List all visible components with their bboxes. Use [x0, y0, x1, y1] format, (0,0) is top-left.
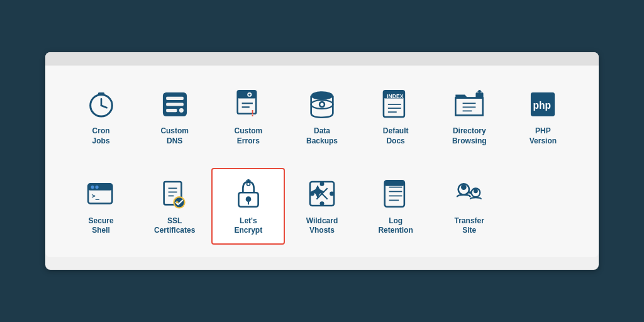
tool-directory-browsing[interactable]: Directory Browsing — [433, 78, 506, 155]
svg-rect-8 — [166, 109, 177, 112]
tool-data-backups[interactable]: Data Backups — [285, 78, 358, 155]
tools-grid-row1: Cron Jobs Custom DNS ! Custom Errors Dat… — [64, 78, 580, 155]
tool-default-docs[interactable]: INDEX Default Docs — [359, 78, 433, 155]
svg-point-49 — [246, 196, 252, 202]
ssl-certificates-icon — [156, 177, 194, 211]
lets-encrypt-icon — [230, 177, 267, 211]
svg-text:>_: >_ — [91, 192, 99, 200]
svg-point-40 — [95, 186, 98, 189]
secure-shell-icon: >_ — [82, 177, 120, 211]
svg-point-69 — [461, 184, 467, 190]
php-version-icon: php — [524, 87, 562, 121]
svg-line-2 — [101, 106, 107, 108]
lets-encrypt-label: Let's Encrypt — [235, 216, 263, 236]
php-version-label: PHP Version — [530, 126, 557, 146]
custom-errors-icon: ! — [230, 87, 267, 121]
svg-text:php: php — [533, 100, 552, 111]
advanced-management-panel: Cron Jobs Custom DNS ! Custom Errors Dat… — [45, 52, 599, 269]
svg-rect-31 — [476, 92, 484, 98]
svg-point-9 — [179, 108, 184, 113]
wildcard-vhosts-icon — [303, 177, 341, 211]
tool-custom-errors[interactable]: ! Custom Errors — [211, 78, 285, 155]
transfer-site-icon — [450, 177, 488, 211]
directory-browsing-icon — [450, 87, 488, 121]
default-docs-label: Default Docs — [383, 126, 409, 146]
tool-custom-dns[interactable]: Custom DNS — [138, 78, 211, 155]
panel-header — [45, 52, 599, 65]
svg-rect-11 — [238, 91, 256, 98]
svg-rect-6 — [166, 97, 184, 100]
panel-body: Cron Jobs Custom DNS ! Custom Errors Dat… — [45, 65, 599, 257]
transfer-site-label: Transfer Site — [455, 216, 484, 236]
tool-wildcard-vhosts[interactable]: Wildcard Vhosts — [285, 168, 358, 245]
tool-transfer-site[interactable]: Transfer Site — [433, 168, 506, 245]
tool-ssl-certificates[interactable]: SSL Certificates — [138, 168, 211, 245]
svg-point-59 — [330, 192, 334, 196]
default-docs-icon: INDEX — [377, 87, 414, 121]
tools-grid-row2: >_ Secure Shell SSL Certificates Let's E… — [64, 168, 580, 245]
svg-point-60 — [320, 201, 325, 206]
custom-dns-icon — [156, 87, 194, 121]
custom-dns-label: Custom DNS — [160, 126, 189, 146]
ssl-certificates-label: SSL Certificates — [154, 216, 195, 236]
svg-point-13 — [248, 93, 250, 95]
svg-point-71 — [474, 189, 478, 193]
tool-log-retention[interactable]: Log Retention — [359, 168, 433, 245]
directory-browsing-label: Directory Browsing — [452, 126, 487, 146]
svg-point-39 — [91, 186, 94, 189]
tool-php-version[interactable]: php PHP Version — [506, 78, 580, 155]
log-retention-icon — [377, 177, 414, 211]
svg-text:!: ! — [251, 108, 254, 118]
svg-text:INDEX: INDEX — [387, 93, 404, 99]
tool-cron-jobs[interactable]: Cron Jobs — [64, 78, 138, 155]
log-retention-label: Log Retention — [378, 216, 413, 236]
custom-errors-label: Custom Errors — [235, 126, 263, 146]
svg-point-51 — [247, 182, 250, 186]
cron-jobs-icon — [82, 87, 120, 121]
tool-lets-encrypt[interactable]: Let's Encrypt — [211, 168, 285, 245]
cron-jobs-label: Cron Jobs — [92, 126, 110, 146]
data-backups-label: Data Backups — [306, 126, 338, 146]
svg-rect-67 — [385, 180, 404, 186]
svg-rect-7 — [166, 103, 184, 106]
data-backups-icon — [303, 87, 341, 121]
wildcard-vhosts-label: Wildcard Vhosts — [306, 216, 338, 236]
svg-point-17 — [311, 91, 333, 100]
svg-point-20 — [320, 103, 323, 106]
svg-point-58 — [320, 182, 325, 186]
tool-secure-shell[interactable]: >_ Secure Shell — [64, 168, 138, 245]
secure-shell-label: Secure Shell — [89, 216, 114, 236]
